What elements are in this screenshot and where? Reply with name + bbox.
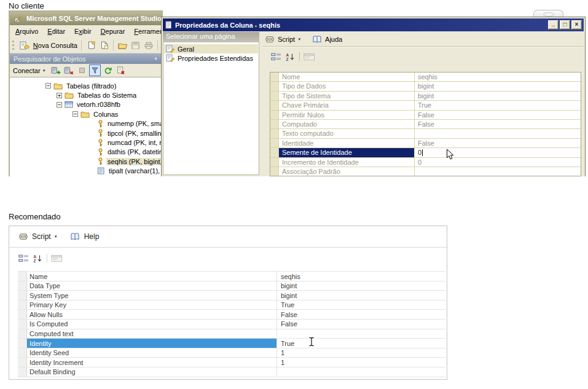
menu-arquivo[interactable]: Arquivo — [15, 28, 38, 35]
property-value[interactable]: 1 — [277, 348, 445, 358]
property-label[interactable]: Associação Padrão — [279, 167, 415, 176]
property-label[interactable]: Name — [27, 272, 277, 281]
property-row[interactable]: IdentityTrue — [18, 339, 445, 348]
page-new-icon[interactable] — [85, 39, 97, 51]
property-row[interactable]: Allow NullsFalse — [18, 310, 445, 320]
filter-icon[interactable] — [89, 65, 101, 76]
help-button[interactable]: Help — [84, 232, 100, 241]
property-row[interactable]: Identity Seed1 — [18, 348, 445, 358]
property-label[interactable]: Identity Increment — [27, 358, 277, 367]
property-label[interactable]: Tipo de Dados — [279, 82, 415, 90]
tree-item-seqhis[interactable]: seqhis (PK, bigint, r — [10, 157, 162, 166]
property-row[interactable]: Nomeseqhis — [270, 73, 581, 82]
property-label[interactable]: Is Computed — [27, 320, 277, 329]
close-button[interactable]: × — [571, 20, 582, 29]
refresh-icon[interactable] — [102, 65, 114, 76]
property-value[interactable]: False — [277, 320, 445, 329]
tree-item-dathis[interactable]: dathis (PK, datetim — [10, 147, 162, 157]
property-value[interactable]: False — [415, 111, 581, 119]
property-label[interactable]: Data Type — [27, 281, 277, 291]
property-row[interactable]: Tipo de Sistemabigint — [270, 92, 581, 101]
property-row[interactable]: Identity Increment1 — [18, 358, 445, 367]
chevron-down-icon[interactable]: ▼ — [154, 57, 158, 61]
property-value[interactable]: bigint — [415, 92, 581, 100]
property-row[interactable]: Data Typebigint — [18, 281, 445, 291]
property-value[interactable]: False — [415, 139, 581, 147]
property-row[interactable]: Semente de Identidade0 — [270, 148, 581, 157]
property-value[interactable]: seqhis — [277, 272, 445, 281]
property-value[interactable] — [415, 129, 581, 138]
dialog-titlebar[interactable]: Propriedades da Coluna - seqhis _□× — [163, 18, 584, 31]
property-value[interactable]: bigint — [277, 281, 445, 291]
property-value[interactable]: bigint — [277, 291, 445, 300]
tree-expander[interactable]: − — [45, 83, 51, 88]
property-label[interactable]: Computado — [279, 120, 415, 128]
ssms-titlebar[interactable]: Microsoft SQL Server Management Studio — [10, 12, 162, 25]
alphabetical-sort-icon[interactable]: AZ — [284, 52, 296, 62]
tree-expander[interactable]: − — [73, 111, 78, 117]
property-label[interactable]: System Type — [27, 291, 277, 300]
server-disconnect-icon[interactable] — [63, 65, 75, 76]
property-label[interactable]: Allow Nulls — [27, 310, 277, 319]
property-value[interactable]: True — [415, 101, 581, 109]
object-explorer-header[interactable]: Pesquisador de Objetos ▼ — [10, 53, 162, 64]
tree-item-tipcol[interactable]: tipcol (PK, smallint, — [10, 128, 162, 138]
property-value[interactable]: seqhis — [415, 73, 581, 81]
new-query-button[interactable]: Nova Consulta — [19, 39, 77, 51]
property-value[interactable]: 0 — [415, 158, 581, 167]
folder-open-icon[interactable] — [117, 39, 128, 51]
page-copy-icon[interactable] — [98, 39, 110, 51]
property-label[interactable]: Permitir Nulos — [279, 111, 415, 119]
property-value[interactable]: False — [277, 310, 445, 319]
property-value[interactable]: bigint — [415, 82, 581, 90]
property-label[interactable]: Identity — [27, 339, 277, 348]
property-row[interactable]: IdentidadeFalse — [270, 139, 581, 148]
property-row[interactable]: Texto computado — [270, 129, 581, 138]
page-item-propriedades-estendidas[interactable]: Propriedades Estendidas — [164, 53, 258, 63]
property-row[interactable]: Incremento de Identidade0 — [270, 158, 581, 167]
tree-item-vetorh-r038hfb[interactable]: −vetorh.r038hfb — [10, 100, 162, 109]
property-row[interactable]: Tipo de Dadosbigint — [270, 82, 581, 91]
property-label[interactable]: Chave Primária — [279, 101, 415, 109]
property-value[interactable] — [277, 329, 445, 339]
property-value[interactable]: True — [277, 301, 445, 310]
property-row[interactable]: Primary KeyTrue — [18, 301, 445, 310]
chevron-down-icon[interactable]: ▼ — [54, 235, 58, 238]
script-button[interactable]: Script — [32, 232, 51, 241]
property-label[interactable]: Incremento de Identidade — [279, 158, 415, 167]
tree-item-tabelas[interactable]: +Tabelas do Sistema — [10, 90, 162, 100]
property-label[interactable]: Primary Key — [27, 301, 277, 310]
tree-item-numemp[interactable]: numemp (PK, smalli — [10, 119, 162, 128]
script-error-icon[interactable] — [115, 65, 127, 76]
menu-depurar[interactable]: Depurar — [101, 28, 125, 35]
menu-exibir[interactable]: Exibir — [74, 28, 92, 35]
minimize-button[interactable]: _ — [548, 20, 559, 29]
tree-item-numcad[interactable]: numcad (PK, int, nã — [10, 138, 162, 147]
categorized-icon[interactable] — [270, 52, 282, 62]
property-value[interactable]: True — [277, 339, 445, 348]
tree-item-tipalt[interactable]: tipalt (varchar(1), r — [10, 167, 162, 176]
property-value[interactable] — [277, 367, 445, 377]
property-row[interactable]: Permitir NulosFalse — [270, 111, 581, 120]
property-label[interactable]: Tipo de Sistema — [279, 92, 415, 100]
property-label[interactable]: Texto computado — [279, 129, 415, 138]
alphabetical-sort-icon[interactable]: AZ — [31, 253, 44, 264]
tree-expander[interactable]: − — [57, 102, 62, 108]
connect-button[interactable]: Conectar ▼ — [13, 67, 46, 74]
categorized-icon[interactable] — [17, 253, 29, 264]
menu-ferramentas[interactable]: Ferramentas — [134, 28, 162, 35]
menu-editar[interactable]: Editar — [47, 28, 65, 35]
page-item-geral[interactable]: Geral — [164, 44, 258, 53]
print-icon[interactable] — [143, 39, 154, 51]
property-row[interactable]: Associação Padrão — [270, 167, 581, 176]
property-row[interactable]: Chave PrimáriaTrue — [270, 101, 581, 110]
property-value[interactable]: 1 — [277, 358, 445, 367]
tree-expander[interactable]: + — [57, 93, 62, 98]
property-label[interactable]: Default Binding — [27, 367, 277, 377]
property-label[interactable]: Semente de Identidade — [279, 148, 415, 157]
help-button[interactable]: Ajuda — [325, 36, 342, 43]
property-value[interactable]: 0 — [415, 148, 581, 157]
property-row[interactable]: ComputadoFalse — [270, 120, 581, 129]
property-label[interactable]: Computed text — [27, 329, 277, 339]
tree-item-colunas[interactable]: −Colunas — [10, 109, 162, 119]
